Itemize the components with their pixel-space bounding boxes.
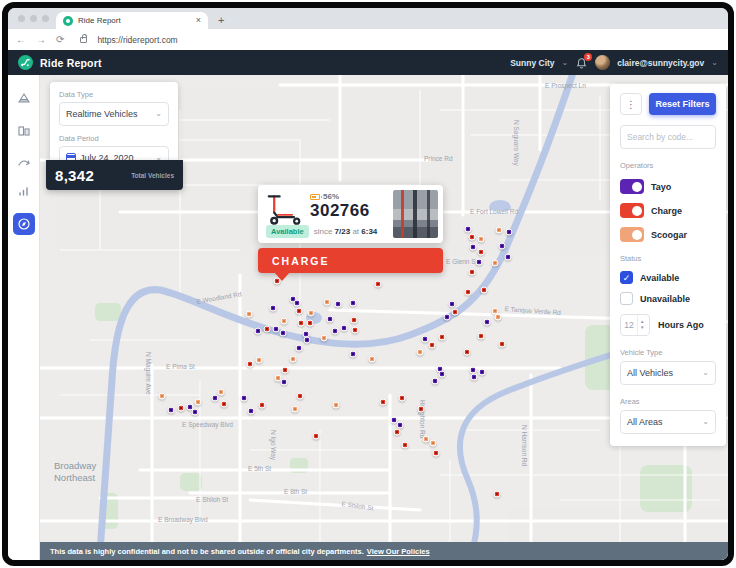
vehicle-dot[interactable] bbox=[290, 356, 297, 363]
vehicle-dot[interactable] bbox=[282, 367, 289, 374]
chevron-down-icon[interactable]: ⌄ bbox=[562, 59, 569, 67]
hours-stepper[interactable]: ▲ ▼ bbox=[637, 315, 646, 335]
vehicle-dot[interactable] bbox=[332, 328, 339, 335]
vehicle-dot[interactable] bbox=[246, 311, 253, 318]
vehicle-dot[interactable] bbox=[259, 402, 266, 409]
vehicle-dot[interactable] bbox=[470, 367, 477, 374]
vehicle-dot[interactable] bbox=[255, 328, 262, 335]
vehicle-dot[interactable] bbox=[417, 349, 424, 356]
vehicle-dot[interactable] bbox=[505, 254, 512, 261]
vehicle-dot[interactable] bbox=[341, 325, 348, 332]
vehicle-dot[interactable] bbox=[380, 399, 387, 406]
vehicle-dot[interactable] bbox=[402, 442, 409, 449]
vehicle-dot[interactable] bbox=[351, 317, 358, 324]
vehicle-dot[interactable] bbox=[375, 281, 382, 288]
vehicle-dot[interactable] bbox=[492, 260, 499, 267]
vehicle-dot[interactable] bbox=[297, 393, 304, 400]
vehicle-dot[interactable] bbox=[280, 330, 287, 337]
vehicle-dot[interactable] bbox=[248, 408, 255, 415]
vehicle-dot[interactable] bbox=[352, 327, 359, 334]
vehicle-dot[interactable] bbox=[292, 406, 299, 413]
vehicle-dot[interactable] bbox=[433, 450, 440, 457]
vehicle-dot[interactable] bbox=[394, 429, 401, 436]
vehicle-dot[interactable] bbox=[452, 309, 459, 316]
view-policies-link[interactable]: View Our Policies bbox=[367, 547, 430, 556]
vehicle-dot[interactable] bbox=[499, 341, 506, 348]
vehicle-dot[interactable] bbox=[484, 319, 491, 326]
vehicle-dot[interactable] bbox=[350, 300, 357, 307]
operator-banner[interactable]: CHARGE bbox=[258, 248, 443, 273]
traffic-light-minimize[interactable] bbox=[30, 15, 37, 22]
traffic-light-zoom[interactable] bbox=[42, 15, 49, 22]
vehicle-dot[interactable] bbox=[430, 440, 437, 447]
stepper-up-icon[interactable]: ▲ bbox=[640, 320, 644, 325]
vehicle-dot[interactable] bbox=[439, 371, 446, 378]
user-email[interactable]: claire@sunnycity.gov bbox=[617, 58, 704, 68]
vehicle-dot[interactable] bbox=[469, 234, 476, 241]
vehicle-dot[interactable] bbox=[294, 300, 301, 307]
vehicle-dot[interactable] bbox=[471, 374, 478, 381]
charge-toggle[interactable] bbox=[620, 203, 644, 218]
vehicle-dot[interactable] bbox=[422, 336, 429, 343]
url-text[interactable]: https://ridereport.com bbox=[97, 35, 177, 45]
vehicle-dot[interactable] bbox=[307, 320, 314, 327]
vehicle-dot[interactable] bbox=[476, 259, 483, 266]
hours-input[interactable] bbox=[621, 320, 637, 330]
vehicle-dot[interactable] bbox=[281, 318, 288, 325]
vehicle-dot[interactable] bbox=[313, 433, 320, 440]
ride-report-logo[interactable] bbox=[18, 55, 33, 70]
vehicle-dot[interactable] bbox=[270, 305, 277, 312]
vehicle-dot[interactable] bbox=[444, 314, 451, 321]
vehicle-dot[interactable] bbox=[439, 334, 446, 341]
vehicle-dot[interactable] bbox=[241, 395, 248, 402]
vehicle-dot[interactable] bbox=[449, 301, 456, 308]
vehicle-dot[interactable] bbox=[481, 287, 488, 294]
vehicle-dot[interactable] bbox=[296, 345, 303, 352]
vehicle-dot[interactable] bbox=[195, 399, 202, 406]
vehicle-dot[interactable] bbox=[324, 299, 331, 306]
vehicle-dot[interactable] bbox=[264, 326, 271, 333]
vehicle-dot[interactable] bbox=[218, 389, 225, 396]
vehicle-dot[interactable] bbox=[159, 393, 166, 400]
vehicle-dot[interactable] bbox=[212, 395, 219, 402]
vehicle-dot[interactable] bbox=[399, 395, 406, 402]
vehicle-dot[interactable] bbox=[499, 243, 506, 250]
sidebar-item-city-map[interactable] bbox=[13, 120, 35, 142]
vehicle-dot[interactable] bbox=[192, 409, 199, 416]
data-type-select[interactable]: Realtime Vehicles ⌄ bbox=[59, 102, 169, 126]
vehicle-dot[interactable] bbox=[479, 369, 486, 376]
vehicle-dot[interactable] bbox=[247, 361, 254, 368]
unavailable-checkbox[interactable] bbox=[620, 292, 633, 305]
browser-tab[interactable]: Ride Report × bbox=[56, 12, 208, 29]
tab-close-icon[interactable]: × bbox=[196, 16, 201, 25]
sidebar-item-analytics[interactable] bbox=[13, 180, 35, 202]
vehicle-dot[interactable] bbox=[465, 226, 472, 233]
vehicle-dot[interactable] bbox=[296, 308, 303, 315]
sidebar-item-trips[interactable] bbox=[13, 87, 35, 109]
vehicle-dot[interactable] bbox=[308, 310, 315, 317]
vehicle-dot[interactable] bbox=[478, 249, 485, 256]
sidebar-item-realtime-active[interactable] bbox=[13, 213, 35, 235]
user-avatar[interactable] bbox=[595, 55, 610, 70]
tayo-toggle[interactable] bbox=[620, 179, 644, 194]
refresh-icon[interactable]: ⟳ bbox=[56, 35, 64, 45]
new-tab-icon[interactable]: + bbox=[218, 14, 224, 26]
vehicle-dot[interactable] bbox=[423, 436, 430, 443]
vehicle-dot[interactable] bbox=[469, 269, 476, 276]
vehicle-dot[interactable] bbox=[478, 236, 485, 243]
scoogar-toggle[interactable] bbox=[620, 227, 644, 242]
city-selector[interactable]: Sunny City bbox=[510, 58, 554, 68]
vehicle-dot[interactable] bbox=[335, 301, 342, 308]
vehicle-dot[interactable] bbox=[168, 407, 175, 414]
search-input[interactable] bbox=[620, 125, 716, 149]
vehicle-dot[interactable] bbox=[418, 406, 425, 413]
vehicle-dot[interactable] bbox=[273, 326, 280, 333]
stepper-down-icon[interactable]: ▼ bbox=[640, 326, 644, 331]
vehicle-dot[interactable] bbox=[369, 356, 376, 363]
vehicle-dot[interactable] bbox=[429, 342, 436, 349]
vehicle-dot[interactable] bbox=[304, 337, 311, 344]
vehicle-type-select[interactable]: All Vehicles ⌄ bbox=[620, 361, 716, 385]
forward-icon[interactable]: → bbox=[36, 35, 46, 45]
more-options-button[interactable]: ⋮ bbox=[620, 93, 642, 115]
vehicle-dot[interactable] bbox=[178, 405, 185, 412]
